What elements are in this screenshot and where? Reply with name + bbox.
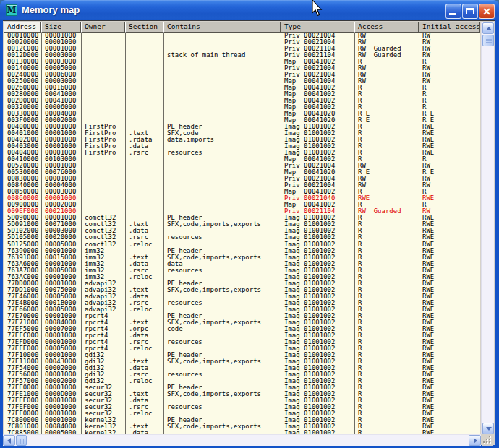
table-row[interactable]: 0085000000003000Map 00041002RR [4, 189, 480, 195]
table-row[interactable]: 0086000000001000Priv 00021040RWERWE [4, 195, 480, 202]
table-row[interactable]: 0001000000001000Priv 00021004RWRW [4, 33, 480, 39]
table-row[interactable]: 0040100000001000FirstPro.textSFX,codeIma… [4, 130, 480, 137]
column-header-type[interactable]: Type [281, 22, 354, 33]
cell-owner: FirstPro [82, 130, 126, 137]
table-row[interactable]: 77F5400000002000gdi32.dataImag 01001002R… [4, 365, 480, 371]
minimize-button[interactable] [445, 4, 461, 19]
cell-section [126, 91, 164, 98]
table-row[interactable]: 0052000000001000Priv 00021004RWRW [4, 163, 480, 169]
memory-table-body[interactable]: 0001000000001000Priv 00021004RWRW0002000… [4, 33, 480, 434]
table-row[interactable]: 77DD000000001000advapi32PE headerImag 01… [4, 280, 480, 287]
table-row[interactable]: 7639100000015000imm32.textSFX,code,impor… [4, 254, 480, 261]
table-row[interactable]: 77EFC00000001000rpcrt4.dataImag 01001002… [4, 332, 480, 339]
table-row[interactable]: 0053000000076000Map 00041020R ER E [4, 169, 480, 176]
table-row[interactable]: 7639000000001000imm32PE headerImag 01001… [4, 248, 480, 254]
table-row[interactable]: 77EF500000007000rpcrt4.orpccodeImag 0100… [4, 326, 480, 332]
titlebar[interactable]: M Memory map ✕ [0, 0, 499, 20]
table-row[interactable]: 0028000000041000Map 00041002RR [4, 91, 480, 98]
cell-owner [82, 65, 126, 72]
scroll-left-button[interactable] [3, 435, 15, 446]
table-row[interactable]: 5D10500000020000comctl32.rsrcresourcesIm… [4, 234, 480, 241]
table-row[interactable]: 77E7100000084000rpcrt4.textSFX,code,impo… [4, 319, 480, 326]
column-header-section[interactable]: Section [125, 22, 163, 33]
table-row[interactable]: 0090000000002000Map 00041002RR [4, 202, 480, 208]
table-row[interactable]: 763A600000001000imm32.datadataImag 01001… [4, 261, 480, 267]
cell-initial: RWE [419, 280, 480, 287]
cell-access: R [355, 156, 419, 163]
table-row[interactable]: 77FF000000001000secur32.relocImag 010010… [4, 410, 480, 417]
table-row[interactable]: 0032000000006000Map 00041002RR [4, 104, 480, 111]
column-header-contains[interactable]: Contains [163, 22, 281, 33]
table-row[interactable]: 5D10200000003000comctl32.dataImag 010010… [4, 228, 480, 234]
table-row[interactable]: 763A700000005000imm32.rsrcresourcesImag … [4, 267, 480, 274]
table-row[interactable]: 0012D00000003000stack of main threadPriv… [4, 52, 480, 59]
cell-contains [164, 365, 281, 371]
table-row[interactable]: 77FEF00000001000secur32.rsrcresourcesIma… [4, 404, 480, 410]
table-row[interactable]: 0026000000016000Map 00041002RR [4, 85, 480, 91]
vertical-scrollbar[interactable] [481, 22, 494, 434]
table-row[interactable]: 0024000000006000Priv 00021004RWRW [4, 72, 480, 78]
table-row[interactable]: 5D12500000005000comctl32.relocImag 01001… [4, 241, 480, 248]
cell-address: 77F57000 [4, 378, 42, 384]
scroll-up-button[interactable] [482, 22, 494, 34]
table-row[interactable]: 003F000000002000Map 00041020R ER E [4, 117, 480, 124]
close-button[interactable]: ✕ [479, 4, 495, 19]
scroll-down-button[interactable] [482, 423, 494, 434]
table-row[interactable]: 0002000000001000Priv 00021004RWRW [4, 39, 480, 46]
table-row[interactable]: 77E4B0000001B000advapi32.rsrcresourcesIm… [4, 300, 480, 306]
table-row[interactable]: 77EFE00000005000rpcrt4.relocImag 0100100… [4, 345, 480, 352]
cell-size: 00001000 [42, 332, 82, 339]
table-row[interactable]: 0012C00000001000Priv 00021104RW GuardedR… [4, 46, 480, 52]
table-row[interactable]: 77FEE00000001000secur32.dataImag 0100100… [4, 397, 480, 404]
table-row[interactable]: 77E7000000001000rpcrt4PE headerImag 0100… [4, 313, 480, 319]
resize-grip[interactable] [482, 434, 493, 446]
table-row[interactable]: 0084000000004000Priv 00021004RWRW [4, 182, 480, 189]
table-row[interactable]: 77E4600000005000advapi32.dataImag 010010… [4, 293, 480, 300]
table-row[interactable]: 77F5700000002000gdi32.relocImag 01001002… [4, 378, 480, 384]
table-row[interactable]: 0040300000001000FirstPro.dataImag 010010… [4, 143, 480, 150]
table-row[interactable]: 0033000000004000Map 00041020R ER E [4, 111, 480, 117]
horizontal-scrollbar[interactable] [3, 434, 481, 446]
table-row[interactable]: 0040200000001000FirstPro.rdatadata,impor… [4, 137, 480, 143]
cell-owner: imm32 [82, 248, 126, 254]
table-row[interactable]: 7C80100000084000kernel32.textSFX,code,im… [4, 423, 480, 430]
table-row[interactable]: 7C88500000005000kernel32.dataImag 010010… [4, 430, 480, 434]
table-row[interactable]: 77FE000000001000secur32PE headerImag 010… [4, 384, 480, 391]
table-row[interactable]: 77E6600000005000advapi32.relocImag 01001… [4, 306, 480, 313]
cell-size: 00084000 [42, 423, 82, 430]
column-header-address[interactable]: Address [4, 22, 41, 33]
cell-owner: comctl32 [82, 221, 126, 228]
cell-size: 00002000 [42, 365, 82, 371]
table-row[interactable]: 77F1100000043000gdi32.textSFX,code,impor… [4, 358, 480, 365]
cell-contains [164, 117, 281, 124]
table-row[interactable]: 0013000000003000Map 00041002RR [4, 59, 480, 65]
table-row[interactable]: 002D000000041000Map 00041002RR [4, 98, 480, 104]
table-row[interactable]: 0040400000001000FirstPro.rsrcresourcesIm… [4, 150, 480, 156]
table-row[interactable]: 5D09100000071000comctl32.textSFX,code,im… [4, 221, 480, 228]
table-row[interactable]: 0083000000001000Priv 00021004RWRW [4, 176, 480, 182]
column-header-owner[interactable]: Owner [81, 22, 125, 33]
table-row[interactable]: 7C80000000001000kernel32PE headerImag 01… [4, 417, 480, 423]
table-row[interactable]: 0025000000003000Map 00041004RWRW [4, 78, 480, 85]
table-row[interactable]: 77F1000000001000gdi32PE headerImag 01001… [4, 352, 480, 358]
table-row[interactable]: 77F5600000001000gdi32.rsrcresourcesImag … [4, 371, 480, 378]
cell-owner [82, 111, 126, 117]
cell-type: Imag 01001002 [281, 221, 355, 228]
table-row[interactable]: 77EFD00000001000rpcrt4.rsrcresourcesImag… [4, 339, 480, 345]
table-row[interactable]: 77FE10000000D000secur32.textSFX,code,imp… [4, 391, 480, 397]
column-header-access[interactable]: Access [354, 22, 419, 33]
table-row[interactable]: 763AC00000001000imm32.relocImag 01001002… [4, 274, 480, 280]
vertical-scroll-thumb[interactable] [482, 35, 494, 46]
scroll-right-button[interactable] [469, 435, 481, 446]
table-row[interactable]: 0014000000005000Priv 00021004RWRW [4, 65, 480, 72]
table-row[interactable]: 77DD100000075000advapi32.textSFX,code,im… [4, 287, 480, 293]
column-header-size[interactable]: Size [41, 22, 81, 33]
table-row[interactable]: 5D09000000001000comctl32PE headerImag 01… [4, 215, 480, 221]
table-row[interactable]: 0041000000103000Map 00041002RR [4, 156, 480, 163]
column-header-initial[interactable]: Initial access [419, 22, 480, 33]
table-row[interactable]: 009EF00000021000Priv 00021104RW GuardedR… [4, 208, 480, 215]
horizontal-scroll-thumb[interactable] [16, 435, 27, 446]
cell-owner: comctl32 [82, 228, 126, 234]
table-row[interactable]: 0040000000001000FirstProPE headerImag 01… [4, 124, 480, 130]
maximize-button[interactable] [462, 4, 478, 19]
